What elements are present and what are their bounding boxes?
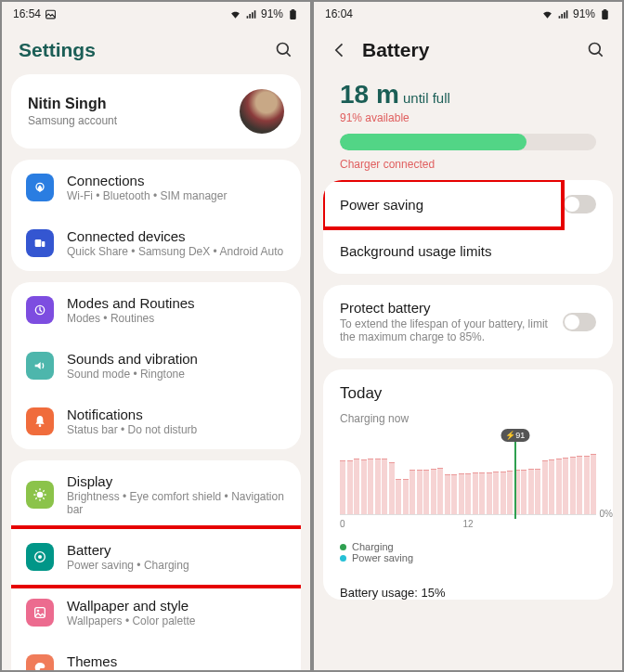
power-saving-row[interactable]: Power saving	[323, 180, 613, 228]
settings-item-devices[interactable]: Connected devicesQuick Share • Samsung D…	[11, 215, 301, 271]
chart-bar	[451, 474, 457, 514]
y-axis-zero: 0%	[600, 509, 613, 519]
item-sub: Brightness • Eye comfort shield • Naviga…	[67, 490, 286, 516]
status-bar: 16:54 91%	[2, 2, 310, 22]
search-icon[interactable]	[275, 41, 293, 59]
chart-bar	[528, 469, 534, 514]
item-sub: Power saving • Charging	[67, 559, 286, 572]
chart-bar	[556, 459, 562, 514]
chart-legend: Charging Power saving	[323, 537, 613, 573]
settings-screen: 16:54 91% Settings Nitin Singh Samsung a…	[1, 1, 311, 671]
time-remaining: 18 m	[340, 80, 399, 109]
search-icon[interactable]	[587, 41, 605, 59]
battery-icon	[26, 543, 54, 571]
settings-group: ConnectionsWi-Fi • Bluetooth • SIM manag…	[11, 160, 301, 271]
battery-summary: 18 m until full 91% available Charger co…	[323, 74, 613, 180]
battery-screen: 16:04 91% Battery 18 m until full 91% av…	[313, 1, 623, 671]
x-axis: 0 12	[340, 519, 596, 529]
protect-label: Protect battery	[340, 300, 552, 316]
settings-item-routines[interactable]: Modes and RoutinesModes • Routines	[11, 282, 301, 338]
item-sub: Sound mode • Ringtone	[67, 368, 286, 381]
page-title: Settings	[19, 39, 262, 61]
settings-item-sound[interactable]: Sounds and vibrationSound mode • Rington…	[11, 338, 301, 394]
back-icon[interactable]	[331, 41, 349, 59]
settings-item-themes[interactable]: ThemesThemes • Wallpapers • Icons	[11, 640, 301, 670]
chart-bar	[354, 459, 359, 514]
chart-bar	[549, 459, 554, 514]
item-label: Battery	[67, 542, 286, 558]
charger-status: Charger connected	[340, 158, 596, 171]
svg-rect-2	[292, 9, 294, 11]
devices-icon	[26, 229, 54, 257]
item-label: Display	[67, 473, 286, 489]
power-saving-toggle[interactable]	[563, 195, 596, 213]
chart-bar	[410, 470, 415, 514]
chart-bar	[577, 456, 582, 514]
item-sub: Quick Share • Samsung DeX • Android Auto	[67, 245, 286, 258]
chart-bar	[375, 459, 381, 514]
settings-item-wallpaper[interactable]: Wallpaper and styleWallpapers • Color pa…	[11, 585, 301, 640]
today-heading: Today	[323, 369, 613, 408]
chart-bar	[368, 459, 373, 514]
chart-bar	[417, 470, 422, 514]
chart-bar	[500, 472, 506, 514]
chart-bar	[570, 457, 576, 514]
wifi-icon	[541, 8, 553, 20]
svg-rect-1	[290, 10, 296, 19]
chart-bar	[445, 474, 450, 514]
chart-bar	[465, 473, 471, 514]
battery-usage-line[interactable]: Battery usage: 15%	[323, 573, 613, 600]
svg-point-8	[39, 424, 42, 427]
svg-rect-6	[42, 241, 45, 247]
item-label: Notifications	[67, 407, 286, 422]
chart-bar	[521, 470, 526, 514]
battery-bar	[340, 134, 596, 150]
protect-battery-toggle[interactable]	[563, 313, 596, 331]
chart-bar	[396, 479, 401, 514]
settings-item-bell[interactable]: NotificationsStatus bar • Do not disturb	[11, 394, 301, 449]
chart-bar	[487, 472, 492, 514]
item-sub: Modes • Routines	[67, 312, 286, 325]
svg-point-3	[278, 44, 289, 55]
sound-icon	[26, 352, 54, 380]
settings-list[interactable]: Nitin Singh Samsung account ConnectionsW…	[2, 74, 310, 670]
profile-card[interactable]: Nitin Singh Samsung account	[11, 74, 301, 149]
wifi-icon	[26, 174, 54, 201]
marker-bubble: ⚡91	[500, 429, 529, 442]
chart-marker: ⚡91	[514, 431, 516, 519]
svg-rect-12	[35, 608, 46, 618]
chart-bar	[382, 459, 387, 514]
item-label: Connected devices	[67, 228, 286, 244]
settings-item-wifi[interactable]: ConnectionsWi-Fi • Bluetooth • SIM manag…	[11, 160, 301, 215]
battery-content[interactable]: 18 m until full 91% available Charger co…	[314, 74, 622, 670]
battery-bar-fill	[340, 134, 526, 150]
chart-bar	[479, 472, 485, 514]
status-battery-pct: 91%	[573, 7, 595, 20]
chart-bar	[431, 469, 436, 514]
image-icon	[45, 8, 57, 20]
svg-point-16	[590, 44, 601, 55]
time-suffix: until full	[399, 90, 450, 106]
page-title: Battery	[362, 39, 574, 61]
svg-point-13	[37, 610, 40, 613]
item-sub: Status bar • Do not disturb	[67, 423, 286, 436]
display-icon	[26, 481, 54, 509]
routines-icon	[26, 296, 54, 324]
avatar[interactable]	[240, 89, 284, 134]
bg-limits-row[interactable]: Background usage limits	[323, 228, 613, 274]
item-sub: Wi-Fi • Bluetooth • SIM manager	[67, 189, 286, 202]
chart-bar	[347, 460, 353, 514]
themes-icon	[26, 654, 54, 670]
settings-item-display[interactable]: DisplayBrightness • Eye comfort shield •…	[11, 460, 301, 529]
protect-battery-row[interactable]: Protect battery To extend the lifespan o…	[323, 285, 613, 358]
chart-bar	[542, 460, 548, 514]
signal-icon	[557, 8, 569, 20]
wifi-icon	[229, 8, 241, 20]
settings-item-battery[interactable]: BatteryPower saving • Charging	[11, 525, 301, 588]
usage-chart[interactable]: ⚡91 0% 0 12	[323, 431, 613, 537]
status-battery-pct: 91%	[261, 7, 283, 20]
battery-icon	[599, 8, 611, 20]
signal-icon	[245, 8, 257, 20]
chart-bar	[507, 471, 513, 514]
options-card-1: Power saving Background usage limits	[323, 180, 613, 274]
